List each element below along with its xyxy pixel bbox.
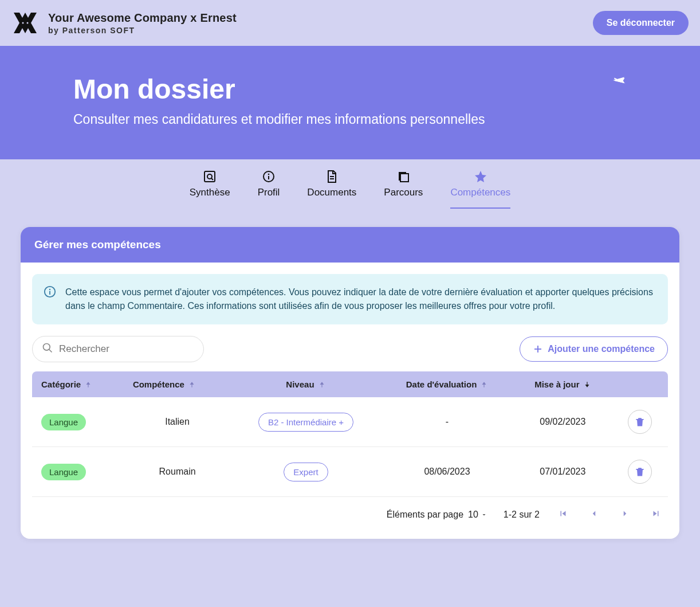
- last-page-icon: [651, 508, 661, 519]
- tab-label: Documents: [307, 187, 356, 198]
- library-icon: [396, 170, 410, 183]
- category-badge: Langue: [41, 464, 86, 480]
- signout-button[interactable]: Se déconnecter: [593, 11, 689, 35]
- tab-label: Profil: [258, 187, 280, 198]
- per-page-select[interactable]: 10: [468, 510, 487, 520]
- col-updated[interactable]: Mise à jour: [513, 371, 612, 397]
- pagination: Éléments par page 10 1-2 sur 2: [32, 497, 668, 527]
- eval-date-cell: -: [381, 397, 514, 447]
- sort-up-icon: [480, 381, 488, 389]
- chevron-right-icon: [620, 508, 630, 519]
- sort-up-icon: [318, 381, 326, 389]
- range-label: 1-2 sur 2: [504, 510, 540, 520]
- add-skill-button[interactable]: Ajouter une compétence: [520, 336, 668, 362]
- company-title: Your Awesome Company x Ernest: [48, 11, 237, 25]
- tab-bar: Synthèse Profil Documents Parcours Compé…: [0, 159, 700, 209]
- tab-parcours[interactable]: Parcours: [384, 170, 423, 209]
- sort-down-icon: [583, 381, 591, 389]
- company-byline: by Patterson SOFT: [48, 26, 237, 35]
- category-badge: Langue: [41, 414, 86, 430]
- level-pill: Expert: [284, 463, 328, 481]
- last-page-button[interactable]: [648, 506, 663, 523]
- page-title: Mon dossier: [73, 73, 627, 105]
- skill-cell: Italien: [124, 397, 231, 447]
- svg-point-3: [207, 174, 212, 179]
- search-field-wrap[interactable]: [32, 336, 204, 362]
- skills-card: Gérer mes compétences Cette espace vous …: [21, 227, 679, 539]
- trash-icon: [634, 466, 646, 477]
- table-row: Langue Roumain Expert 08/06/2023 07/01/2…: [32, 447, 668, 497]
- star-icon: [474, 170, 487, 183]
- tab-competences[interactable]: Compétences: [450, 170, 510, 209]
- col-category[interactable]: Catégorie: [32, 371, 124, 397]
- company-info: Your Awesome Company x Ernest by Patters…: [48, 11, 237, 35]
- first-page-button[interactable]: [556, 506, 571, 523]
- search-icon: [42, 342, 53, 356]
- info-text: Cette espace vous permet d'ajouter vos c…: [65, 285, 656, 313]
- per-page-control: Éléments par page 10: [387, 510, 487, 520]
- document-icon: [325, 170, 339, 183]
- col-level[interactable]: Niveau: [231, 371, 380, 397]
- chevron-left-icon: [589, 508, 599, 519]
- info-banner: Cette espace vous permet d'ajouter vos c…: [32, 274, 668, 324]
- tab-label: Synthèse: [190, 187, 230, 198]
- pagination-nav: [556, 506, 663, 523]
- updated-cell: 09/02/2023: [513, 397, 612, 447]
- tab-documents[interactable]: Documents: [307, 170, 356, 209]
- tab-profil[interactable]: Profil: [258, 170, 280, 209]
- svg-point-6: [268, 174, 270, 175]
- svg-rect-13: [49, 291, 50, 295]
- per-page-label: Éléments par page: [387, 510, 463, 520]
- app-logo-icon: [11, 9, 39, 37]
- search-input[interactable]: [59, 343, 194, 355]
- sort-up-icon: [84, 381, 92, 389]
- eval-date-cell: 08/06/2023: [381, 447, 514, 497]
- back-arrow-icon[interactable]: [612, 73, 627, 91]
- per-page-value: 10: [468, 510, 478, 520]
- plus-icon: [533, 344, 543, 354]
- col-skill[interactable]: Compétence: [124, 371, 231, 397]
- updated-cell: 07/01/2023: [513, 447, 612, 497]
- info-icon: [262, 170, 276, 183]
- svg-point-0: [22, 22, 24, 24]
- svg-rect-2: [205, 171, 215, 182]
- svg-rect-10: [400, 174, 408, 182]
- header-left: Your Awesome Company x Ernest by Patters…: [11, 9, 237, 37]
- svg-line-15: [49, 350, 52, 353]
- tab-synthese[interactable]: Synthèse: [190, 170, 230, 209]
- tab-label: Parcours: [384, 187, 423, 198]
- add-button-label: Ajouter une compétence: [548, 344, 655, 354]
- skill-cell: Roumain: [124, 447, 231, 497]
- trash-icon: [634, 416, 646, 428]
- page-hero: Mon dossier Consulter mes candidatures e…: [0, 46, 700, 159]
- delete-button[interactable]: [628, 410, 652, 434]
- chevron-down-icon: [481, 511, 487, 518]
- delete-button[interactable]: [628, 460, 652, 484]
- svg-rect-7: [268, 176, 269, 179]
- first-page-icon: [558, 508, 568, 519]
- card-header: Gérer mes compétences: [21, 227, 679, 263]
- col-eval-date[interactable]: Date d'évaluation: [381, 371, 514, 397]
- svg-point-12: [49, 289, 50, 290]
- level-pill: B2 - Intermédiaire +: [258, 413, 353, 432]
- card-body: Cette espace vous permet d'ajouter vos c…: [21, 263, 679, 539]
- skills-table: Catégorie Compétence Niveau Date d'évalu…: [32, 371, 668, 497]
- card-toolbar: Ajouter une compétence: [32, 336, 668, 362]
- svg-point-1: [27, 22, 29, 24]
- next-page-button[interactable]: [618, 506, 632, 523]
- tab-label: Compétences: [450, 187, 510, 198]
- info-circle-icon: [44, 285, 56, 300]
- app-header: Your Awesome Company x Ernest by Patters…: [0, 0, 700, 46]
- overview-icon: [203, 170, 217, 183]
- table-row: Langue Italien B2 - Intermédiaire + - 09…: [32, 397, 668, 447]
- svg-line-4: [211, 178, 213, 180]
- svg-point-14: [44, 344, 50, 351]
- prev-page-button[interactable]: [587, 506, 601, 523]
- sort-up-icon: [188, 381, 196, 389]
- page-subtitle: Consulter mes candidatures et modifier m…: [73, 112, 627, 127]
